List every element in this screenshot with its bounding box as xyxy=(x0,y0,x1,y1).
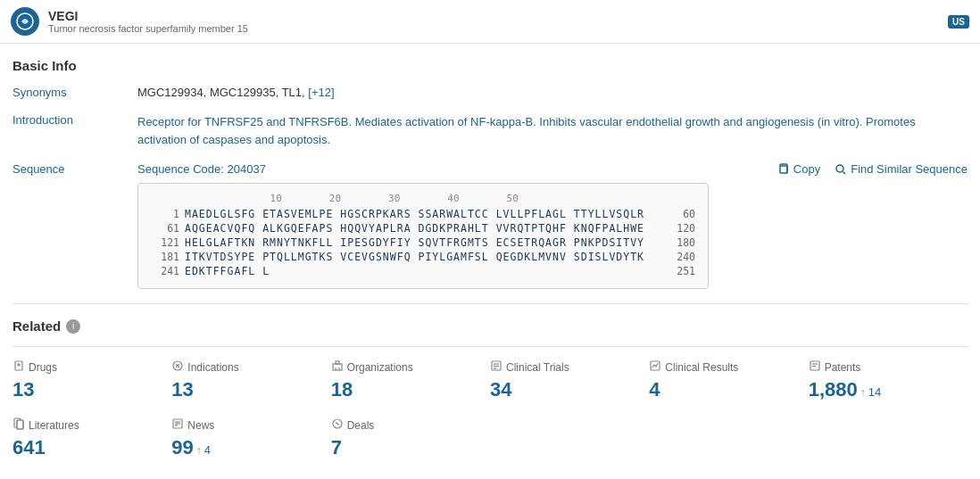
clinical-results-svg-icon xyxy=(649,359,661,372)
copy-label: Copy xyxy=(793,162,820,176)
patents-extra: 14 xyxy=(868,385,881,399)
related-clinical-trials[interactable]: Clinical Trials 34 xyxy=(490,359,649,401)
related-literatures[interactable]: Literatures 641 xyxy=(12,417,171,459)
deals-icon xyxy=(331,417,344,433)
related-organizations[interactable]: Organizations 18 xyxy=(331,359,490,401)
sequence-code-link[interactable]: Sequence Code: 204037 xyxy=(137,162,266,176)
news-extra: 4 xyxy=(204,443,211,457)
svg-point-2 xyxy=(836,165,843,172)
patents-icon xyxy=(809,359,821,375)
drugs-count: 13 xyxy=(12,378,171,401)
basic-info-title: Basic Info xyxy=(12,58,968,73)
clinical-trials-count: 34 xyxy=(490,378,649,401)
literatures-label: Literatures xyxy=(29,419,79,432)
related-info-icon[interactable]: i xyxy=(66,319,80,334)
app-logo xyxy=(11,7,39,36)
synonyms-row: Synonyms MGC129934, MGC129935, TL1, [+12… xyxy=(12,86,968,99)
synonyms-label: Synonyms xyxy=(12,86,137,99)
introduction-row: Introduction Receptor for TNFRSF25 and T… xyxy=(12,113,968,148)
synonyms-more-link[interactable]: [+12] xyxy=(308,86,334,99)
find-similar-icon xyxy=(835,163,847,176)
organizations-icon xyxy=(331,359,344,375)
related-header: Related i xyxy=(12,318,968,334)
seq-line-5: 241 EDKTFFGAFL L 251 xyxy=(151,265,695,277)
seq-line-2: 61 AQGEACVQFQ ALKGQEFAPS HQQVYAPLRA DGDK… xyxy=(151,222,695,235)
indications-svg-icon xyxy=(171,359,184,372)
related-indications[interactable]: Indications 13 xyxy=(171,359,330,401)
svg-rect-10 xyxy=(336,361,339,364)
indications-icon xyxy=(171,359,184,375)
synonyms-text: MGC129934, MGC129935, TL1, xyxy=(137,86,305,99)
patents-svg-icon xyxy=(809,359,821,372)
organizations-label: Organizations xyxy=(347,361,413,374)
copy-icon xyxy=(777,163,790,176)
clinical-results-icon xyxy=(649,359,661,375)
synonyms-value: MGC129934, MGC129935, TL1, [+12] xyxy=(137,86,968,99)
divider xyxy=(12,303,968,304)
sequence-label: Sequence xyxy=(12,162,137,176)
news-count: 99 xyxy=(171,436,193,459)
related-grid-row1: Drugs 13 Indications 13 xyxy=(12,346,968,401)
header-info: VEGI Tumor necrosis factor superfamily m… xyxy=(48,9,248,34)
related-title: Related xyxy=(12,318,61,334)
deals-count: 7 xyxy=(331,436,490,459)
literatures-count: 641 xyxy=(12,436,171,459)
main-content: Basic Info Synonyms MGC129934, MGC129935… xyxy=(0,44,980,474)
sequence-header: Sequence Code: 204037 Copy xyxy=(137,162,968,176)
svg-rect-9 xyxy=(333,364,342,370)
svg-rect-22 xyxy=(17,420,23,429)
copy-button[interactable]: Copy xyxy=(777,162,820,176)
related-grid-row2: Literatures 641 News 99 ↑ 4 xyxy=(12,414,968,459)
clinical-trials-svg-icon xyxy=(490,359,502,372)
related-drugs[interactable]: Drugs 13 xyxy=(12,359,171,401)
drugs-svg-icon xyxy=(12,359,25,372)
patents-label: Patents xyxy=(825,361,861,374)
gene-subtitle: Tumor necrosis factor superfamily member… xyxy=(48,23,248,34)
related-deals[interactable]: Deals 7 xyxy=(331,417,490,459)
organizations-count: 18 xyxy=(331,378,490,401)
sequence-code-label: Sequence Code: xyxy=(137,162,224,176)
sequence-actions: Copy Find Similar Sequence xyxy=(777,162,968,176)
seq-line-3: 121 HELGLAFTKN RMNYTNKFLL IPESGDYFIY SQV… xyxy=(151,236,695,249)
indications-count: 13 xyxy=(171,378,330,401)
sequence-code: 204037 xyxy=(227,162,265,176)
sequence-ruler: 10 20 30 40 50 xyxy=(181,193,695,204)
deals-svg-icon xyxy=(331,417,344,430)
clinical-results-label: Clinical Results xyxy=(665,361,738,374)
clinical-trials-icon xyxy=(490,359,502,375)
gene-name: VEGI xyxy=(48,9,248,23)
indications-label: Indications xyxy=(187,361,238,374)
news-label: News xyxy=(187,419,214,432)
seq-line-4: 181 ITKVTDSYPE PTQLLMGTKS VCEVGSNWFQ PIY… xyxy=(151,251,695,263)
related-patents[interactable]: Patents 1,880 ↑ 14 xyxy=(809,359,968,401)
drugs-icon xyxy=(12,359,25,375)
news-icon xyxy=(171,417,184,433)
literatures-svg-icon xyxy=(12,417,25,430)
drugs-label: Drugs xyxy=(29,361,57,374)
deals-label: Deals xyxy=(347,419,375,432)
region-badge: US xyxy=(948,15,969,29)
introduction-text: Receptor for TNFRSF25 and TNFRSF6B. Medi… xyxy=(137,113,968,148)
find-similar-button[interactable]: Find Similar Sequence xyxy=(835,162,968,176)
sequence-box: 10 20 30 40 50 1 MAEDLGLSFG ETASVEMLPE H… xyxy=(137,183,709,289)
news-arrow: ↑ xyxy=(196,444,202,457)
seq-line-1: 1 MAEDLGLSFG ETASVEMLPE HGSCRPKARS SSARW… xyxy=(151,208,695,220)
patents-count: 1,880 xyxy=(809,378,858,401)
literatures-icon xyxy=(12,417,25,433)
header-left: VEGI Tumor necrosis factor superfamily m… xyxy=(11,7,248,36)
news-svg-icon xyxy=(171,417,184,430)
sequence-value: Sequence Code: 204037 Copy xyxy=(137,162,968,289)
introduction-label: Introduction xyxy=(12,113,137,127)
svg-rect-1 xyxy=(780,166,787,173)
related-clinical-results[interactable]: Clinical Results 4 xyxy=(649,359,808,401)
organizations-svg-icon xyxy=(331,359,344,372)
sequence-row: Sequence Sequence Code: 204037 Copy xyxy=(12,162,968,289)
patents-arrow: ↑ xyxy=(860,386,866,399)
news-count-area: 99 ↑ 4 xyxy=(171,436,330,459)
patents-count-area: 1,880 ↑ 14 xyxy=(809,378,968,401)
related-news[interactable]: News 99 ↑ 4 xyxy=(171,417,330,459)
clinical-results-count: 4 xyxy=(649,378,808,401)
clinical-trials-label: Clinical Trials xyxy=(506,361,569,374)
find-similar-label: Find Similar Sequence xyxy=(851,162,968,176)
header: VEGI Tumor necrosis factor superfamily m… xyxy=(0,0,980,44)
